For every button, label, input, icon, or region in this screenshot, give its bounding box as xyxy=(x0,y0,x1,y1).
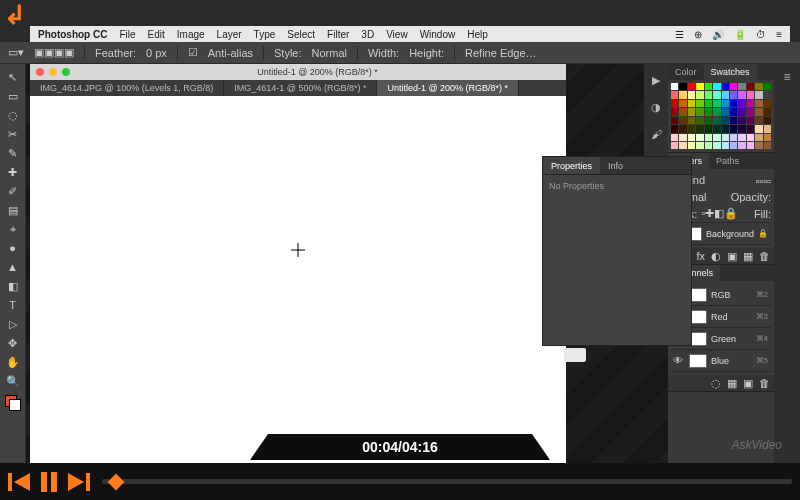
play-icon[interactable]: ▶ xyxy=(652,74,660,87)
swatch[interactable] xyxy=(696,117,703,124)
swatches-tab[interactable]: Swatches xyxy=(704,64,757,80)
swatch[interactable] xyxy=(764,134,771,141)
fx-icon[interactable]: fx xyxy=(696,250,705,262)
swatch[interactable] xyxy=(705,108,712,115)
traffic-light-minimize[interactable] xyxy=(49,68,57,76)
stamp-tool[interactable]: ▤ xyxy=(3,201,23,219)
swatch[interactable] xyxy=(679,83,686,90)
menu-window[interactable]: Window xyxy=(420,29,456,40)
swatch[interactable] xyxy=(755,91,762,98)
properties-panel[interactable]: Properties Info No Properties xyxy=(542,156,692,346)
menu-image[interactable]: Image xyxy=(177,29,205,40)
trash-icon[interactable]: 🗑 xyxy=(759,250,770,262)
swatch[interactable] xyxy=(713,134,720,141)
swatch[interactable] xyxy=(747,100,754,107)
swatch[interactable] xyxy=(755,100,762,107)
healing-tool[interactable]: ✚ xyxy=(3,163,23,181)
swatch[interactable] xyxy=(671,142,678,149)
swatch[interactable] xyxy=(705,117,712,124)
trash-icon[interactable]: 🗑 xyxy=(759,377,770,389)
swatch[interactable] xyxy=(764,125,771,132)
swatch[interactable] xyxy=(705,100,712,107)
swatch[interactable] xyxy=(722,100,729,107)
pen-tool[interactable]: ▷ xyxy=(3,315,23,333)
swatch[interactable] xyxy=(747,83,754,90)
menu-view[interactable]: View xyxy=(386,29,408,40)
swatch[interactable] xyxy=(705,125,712,132)
swatch[interactable] xyxy=(738,100,745,107)
swatch[interactable] xyxy=(696,125,703,132)
swatch[interactable] xyxy=(688,125,695,132)
swatch[interactable] xyxy=(747,142,754,149)
swatch[interactable] xyxy=(679,91,686,98)
swatch[interactable] xyxy=(722,108,729,115)
menu-select[interactable]: Select xyxy=(287,29,315,40)
menu-filter[interactable]: Filter xyxy=(327,29,349,40)
swatch[interactable] xyxy=(755,108,762,115)
swatch[interactable] xyxy=(755,134,762,141)
swatch[interactable] xyxy=(688,83,695,90)
swatch[interactable] xyxy=(671,117,678,124)
swatch[interactable] xyxy=(705,91,712,98)
history-brush-tool[interactable]: ⌖ xyxy=(3,220,23,238)
path-tool[interactable]: ✥ xyxy=(3,334,23,352)
swatch[interactable] xyxy=(679,117,686,124)
menu-type[interactable]: Type xyxy=(254,29,276,40)
swatch[interactable] xyxy=(713,91,720,98)
swatch[interactable] xyxy=(688,134,695,141)
collapsed-panel-stub[interactable] xyxy=(564,348,586,362)
progress-track[interactable] xyxy=(102,479,792,484)
swatch[interactable] xyxy=(696,91,703,98)
feather-value[interactable]: 0 px xyxy=(146,47,167,59)
swatch[interactable] xyxy=(722,83,729,90)
paths-tab[interactable]: Paths xyxy=(709,153,746,169)
swatch[interactable] xyxy=(738,134,745,141)
volume-icon[interactable]: 🔊 xyxy=(712,29,724,40)
eyedropper-tool[interactable]: ✎ xyxy=(3,144,23,162)
lock-icons[interactable]: ▫✚◧🔒 xyxy=(701,207,738,220)
new-channel-icon[interactable]: ▣ xyxy=(743,377,753,390)
swatch[interactable] xyxy=(764,117,771,124)
brush-icon[interactable]: 🖌 xyxy=(651,128,662,140)
swatch[interactable] xyxy=(696,83,703,90)
swatch[interactable] xyxy=(747,134,754,141)
refine-edge-button[interactable]: Refine Edge… xyxy=(465,47,537,59)
swatch[interactable] xyxy=(713,100,720,107)
brush-tool[interactable]: ✐ xyxy=(3,182,23,200)
collapse-icon[interactable]: ≡ xyxy=(783,70,790,84)
swatch[interactable] xyxy=(679,108,686,115)
swatch[interactable] xyxy=(713,83,720,90)
swatch[interactable] xyxy=(713,125,720,132)
load-selection-icon[interactable]: ◌ xyxy=(711,377,721,390)
traffic-light-close[interactable] xyxy=(36,68,44,76)
layer-name[interactable]: Background xyxy=(706,229,754,239)
zoom-tool[interactable]: 🔍 xyxy=(3,372,23,390)
swatch[interactable] xyxy=(755,117,762,124)
canvas[interactable] xyxy=(30,96,566,463)
swatch[interactable] xyxy=(764,91,771,98)
swatch[interactable] xyxy=(722,91,729,98)
crop-tool[interactable]: ✂ xyxy=(3,125,23,143)
swatch[interactable] xyxy=(671,83,678,90)
swatch[interactable] xyxy=(705,142,712,149)
swatch[interactable] xyxy=(688,117,695,124)
swatch[interactable] xyxy=(671,125,678,132)
swatch[interactable] xyxy=(730,125,737,132)
swatch[interactable] xyxy=(738,117,745,124)
swatch[interactable] xyxy=(730,117,737,124)
swatch[interactable] xyxy=(688,91,695,98)
pause-button[interactable] xyxy=(34,467,64,497)
swatch[interactable] xyxy=(705,83,712,90)
eraser-tool[interactable]: ● xyxy=(3,239,23,257)
swatch[interactable] xyxy=(696,134,703,141)
swatch[interactable] xyxy=(730,142,737,149)
swatch[interactable] xyxy=(688,142,695,149)
swatch[interactable] xyxy=(671,108,678,115)
swatch[interactable] xyxy=(679,134,686,141)
swatch[interactable] xyxy=(671,100,678,107)
swatch[interactable] xyxy=(747,91,754,98)
swatch[interactable] xyxy=(696,100,703,107)
menu-edit[interactable]: Edit xyxy=(148,29,165,40)
swatch[interactable] xyxy=(722,142,729,149)
style-dropdown[interactable]: Normal xyxy=(312,47,347,59)
